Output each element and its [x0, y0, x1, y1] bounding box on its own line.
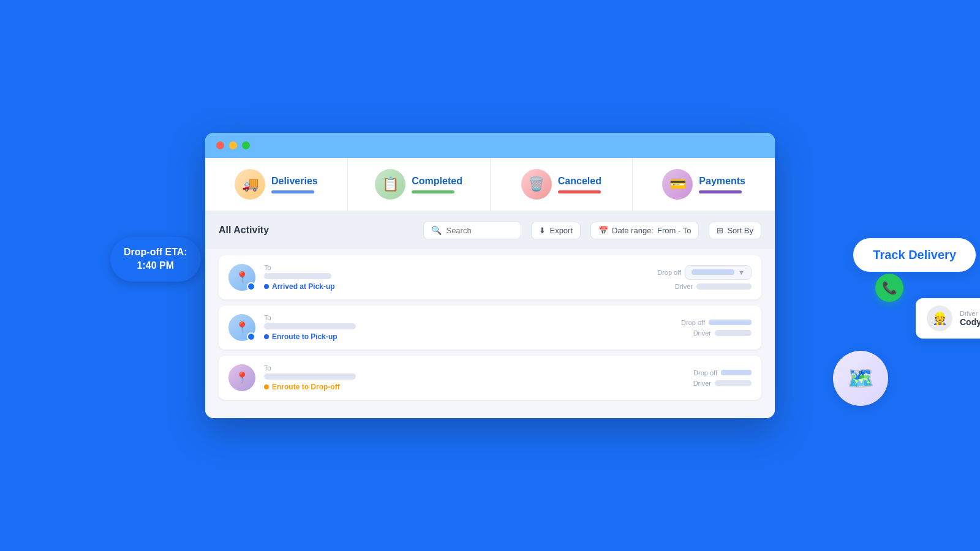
driver-avatar-icon: 👷: [932, 311, 948, 326]
tab-payments-bar: [699, 190, 742, 193]
tab-completed-bar: [412, 190, 454, 193]
table-row: 📍 To Enroute to Pick-up Drop off: [219, 305, 761, 350]
nav-tabs: 🚚 Deliveries 📋 Completed 🗑️ Canceled: [205, 158, 775, 211]
content-area: All Activity 🔍 ⬇ Export 📅 Date range: Fr…: [205, 211, 775, 418]
tab-deliveries[interactable]: 🚚 Deliveries: [205, 158, 348, 211]
date-range-label: Date range:: [612, 226, 654, 235]
title-bar: [205, 133, 775, 158]
tab-canceled[interactable]: 🗑️ Canceled: [491, 158, 633, 211]
window-dot-red[interactable]: [216, 141, 224, 149]
sort-label: Sort By: [727, 226, 753, 235]
dropoff-label: Drop off: [693, 369, 717, 377]
dropoff-label: Drop off: [657, 269, 681, 276]
export-button[interactable]: ⬇ Export: [531, 222, 581, 239]
to-label: To: [264, 314, 620, 321]
driver-name: Cody: [960, 317, 980, 327]
phone-button[interactable]: 📞: [875, 274, 903, 302]
payments-icon: 💳: [662, 169, 693, 200]
search-icon: 🔍: [431, 225, 442, 235]
avatar-icon: 📍: [235, 371, 249, 384]
driver-label: Driver: [675, 283, 693, 290]
avatar: 📍: [228, 364, 255, 391]
all-activity-title: All Activity: [219, 225, 269, 236]
search-input[interactable]: [446, 226, 513, 235]
driver-avatar: 👷: [927, 305, 952, 331]
canceled-icon: 🗑️: [521, 169, 552, 200]
avatar-icon: 📍: [235, 271, 249, 284]
address-placeholder: [264, 273, 331, 279]
dropoff-select[interactable]: ▼: [685, 265, 752, 280]
search-box[interactable]: 🔍: [423, 221, 521, 239]
table-row: 📍 To Arrived at Pick-up Drop off: [219, 255, 761, 299]
completed-icon: 📋: [375, 169, 405, 200]
track-delivery-button[interactable]: Track Delivery: [852, 237, 977, 273]
map-icon: 🗺️: [833, 351, 888, 406]
avatar-icon: 📍: [235, 321, 249, 334]
to-label: To: [264, 364, 620, 372]
tab-completed[interactable]: 📋 Completed: [348, 158, 491, 211]
sort-button[interactable]: ⊞ Sort By: [709, 222, 761, 239]
dropoff-eta-time: 1:40 PM: [137, 260, 174, 271]
table-row: 📍 To Enroute to Drop-off Drop off: [219, 356, 761, 400]
date-range-button[interactable]: 📅 Date range: From - To: [590, 222, 699, 239]
tab-deliveries-bar: [271, 190, 314, 193]
calendar-icon: 📅: [598, 226, 608, 235]
dropoff-eta-label: Drop-off ETA:: [124, 247, 187, 257]
deliveries-icon: 🚚: [235, 169, 265, 200]
window-dot-green[interactable]: [242, 141, 250, 149]
sort-icon: ⊞: [717, 226, 723, 235]
avatar-badge: [247, 282, 255, 291]
date-range-value: From - To: [657, 226, 691, 235]
avatar: 📍: [228, 314, 255, 341]
delivery-status: Enroute to Pick-up: [264, 332, 620, 341]
address-placeholder: [264, 373, 356, 380]
chevron-down-icon: ▼: [738, 269, 745, 276]
dropoff-eta-badge: Drop-off ETA: 1:40 PM: [110, 237, 201, 282]
dropoff-label: Drop off: [681, 319, 705, 326]
track-delivery-label: Track Delivery: [873, 248, 956, 261]
driver-card: 👷 Driver Name Cody: [916, 298, 980, 339]
app-window: 🚚 Deliveries 📋 Completed 🗑️ Canceled: [205, 133, 775, 418]
avatar-badge: [247, 332, 255, 341]
tab-deliveries-label: Deliveries: [271, 176, 318, 187]
tab-payments[interactable]: 💳 Payments: [633, 158, 775, 211]
tab-canceled-bar: [558, 190, 601, 193]
driver-name-label: Driver Name: [960, 310, 980, 317]
delivery-status: Arrived at Pick-up: [264, 282, 620, 291]
tab-completed-label: Completed: [412, 176, 462, 187]
toolbar: All Activity 🔍 ⬇ Export 📅 Date range: Fr…: [205, 211, 775, 249]
export-label: Export: [549, 226, 573, 235]
driver-label: Driver: [693, 329, 711, 337]
deliveries-list: 📍 To Arrived at Pick-up Drop off: [205, 249, 775, 418]
to-label: To: [264, 264, 620, 271]
tab-canceled-label: Canceled: [558, 176, 601, 187]
avatar: 📍: [228, 264, 255, 291]
driver-label: Driver: [693, 380, 711, 387]
tab-payments-label: Payments: [699, 176, 745, 187]
window-dot-yellow[interactable]: [229, 141, 237, 149]
export-icon: ⬇: [539, 226, 546, 235]
delivery-status: Enroute to Drop-off: [264, 383, 620, 391]
address-placeholder: [264, 323, 356, 329]
